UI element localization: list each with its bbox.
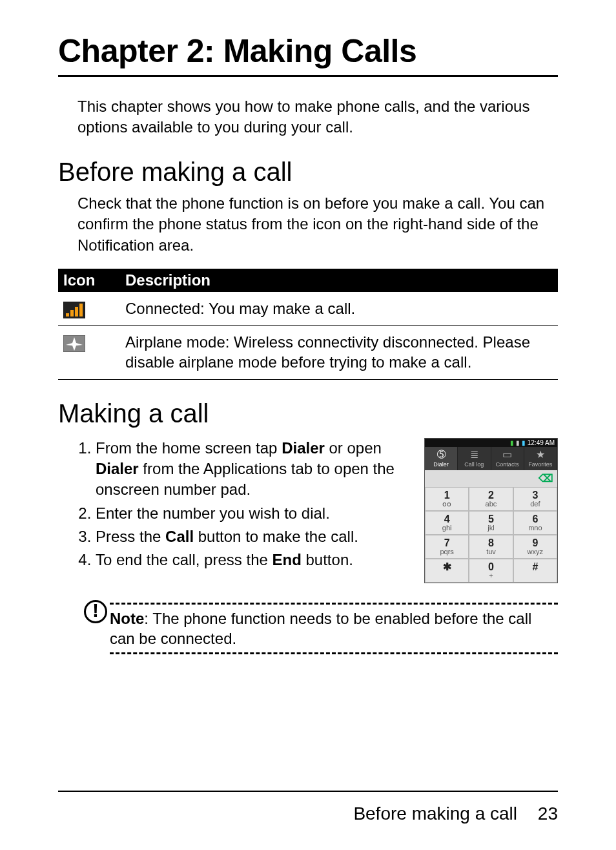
table-header-description: Description xyxy=(120,269,558,292)
chapter-title: Chapter 2: Making Calls xyxy=(58,32,558,77)
key-1[interactable]: 1ᴏᴏ xyxy=(425,487,469,511)
key-2[interactable]: 2abc xyxy=(469,487,513,511)
list-icon: ≣ xyxy=(458,450,490,460)
signal-connected-icon xyxy=(63,302,85,318)
page-footer: Before making a call 23 xyxy=(353,803,558,824)
list-item: To end the call, press the End button. xyxy=(96,550,411,570)
section-heading-before: Before making a call xyxy=(58,158,558,187)
table-row: Connected: You may make a call. xyxy=(58,292,558,326)
table-cell-desc: Connected: You may make a call. xyxy=(120,292,558,326)
steps-list: From the home screen tap Dialer or open … xyxy=(77,438,411,574)
star-icon: ★ xyxy=(524,450,557,460)
dashed-divider xyxy=(110,603,558,605)
dialer-icon: ➄ xyxy=(425,450,457,460)
note-block: ! Note: The phone function needs to be e… xyxy=(84,603,558,654)
key-6[interactable]: 6mno xyxy=(513,511,557,535)
status-indicator-icon: ▮ xyxy=(522,439,526,446)
manual-page: Chapter 2: Making Calls This chapter sho… xyxy=(0,0,616,850)
dashed-divider xyxy=(110,652,558,654)
status-indicator-icon: ▮ xyxy=(510,439,514,446)
key-7[interactable]: 7pqrs xyxy=(425,535,469,559)
table-cell-desc: Airplane mode: Wireless connectivity dis… xyxy=(120,326,558,379)
contacts-icon: ▭ xyxy=(491,450,524,460)
key-3[interactable]: 3def xyxy=(513,487,557,511)
number-input-row[interactable]: ⌫ xyxy=(425,470,557,487)
list-item: Press the Call button to make the call. xyxy=(96,526,411,547)
dialer-screenshot: ▮ ▮ ▮ 12:49 AM ➄ Dialer ≣ Call log ▭ Con… xyxy=(424,438,558,583)
svg-rect-1 xyxy=(66,313,69,316)
section-heading-making: Making a call xyxy=(58,399,558,428)
page-number: 23 xyxy=(538,803,558,824)
tab-call-log[interactable]: ≣ Call log xyxy=(458,447,491,470)
icon-description-table: Icon Description Co xyxy=(58,269,558,380)
section-body-before: Check that the phone function is on befo… xyxy=(77,193,558,256)
backspace-icon[interactable]: ⌫ xyxy=(539,472,553,484)
tab-contacts[interactable]: ▭ Contacts xyxy=(491,447,524,470)
note-label: Note xyxy=(110,610,144,627)
tab-dialer[interactable]: ➄ Dialer xyxy=(425,447,458,470)
footer-section: Before making a call xyxy=(353,803,517,824)
svg-rect-4 xyxy=(79,304,83,316)
key-hash[interactable]: # xyxy=(513,559,557,583)
note-icon: ! xyxy=(84,600,107,623)
key-0[interactable]: 0+ xyxy=(469,559,513,583)
svg-rect-2 xyxy=(70,310,74,316)
table-row: Airplane mode: Wireless connectivity dis… xyxy=(58,326,558,379)
key-9[interactable]: 9wxyz xyxy=(513,535,557,559)
key-8[interactable]: 8tuv xyxy=(469,535,513,559)
keypad: 1ᴏᴏ 2abc 3def 4ghi 5jkl 6mno 7pqrs 8tuv … xyxy=(425,487,557,583)
footer-divider xyxy=(58,791,558,792)
tab-favorites[interactable]: ★ Favorites xyxy=(524,447,557,470)
svg-rect-3 xyxy=(75,307,78,316)
table-header-icon: Icon xyxy=(58,269,120,292)
status-bar: ▮ ▮ ▮ 12:49 AM xyxy=(425,439,557,447)
chapter-intro: This chapter shows you how to make phone… xyxy=(77,96,558,138)
list-item: From the home screen tap Dialer or open … xyxy=(96,438,411,501)
status-time: 12:49 AM xyxy=(528,439,555,446)
key-4[interactable]: 4ghi xyxy=(425,511,469,535)
airplane-mode-icon xyxy=(63,335,85,352)
key-5[interactable]: 5jkl xyxy=(469,511,513,535)
list-item: Enter the number you wish to dial. xyxy=(96,503,411,524)
note-text: : The phone function needs to be enabled… xyxy=(110,610,531,647)
key-star[interactable]: ✱ xyxy=(425,559,469,583)
status-indicator-icon: ▮ xyxy=(516,439,520,446)
